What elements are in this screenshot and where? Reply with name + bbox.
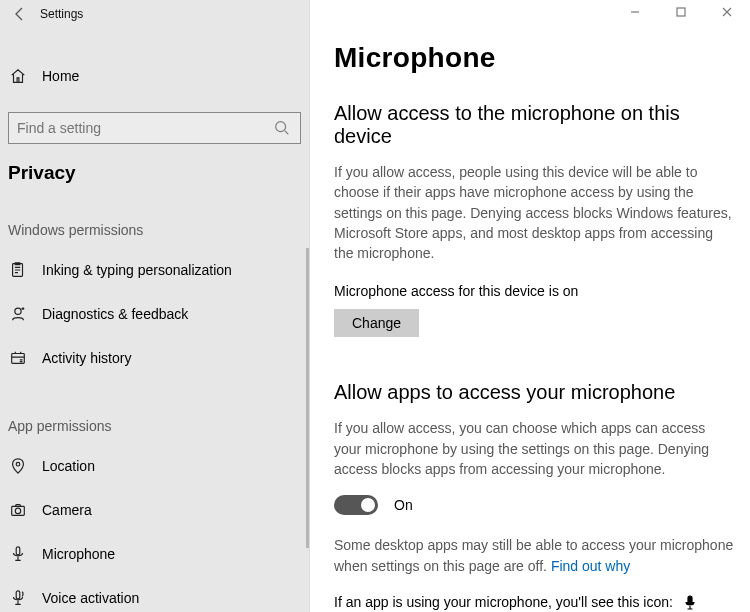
find-out-why-link[interactable]: Find out why bbox=[551, 558, 630, 574]
svg-point-4 bbox=[16, 462, 20, 466]
device-access-status: Microphone access for this device is on bbox=[334, 283, 738, 299]
nav-item-label: Diagnostics & feedback bbox=[42, 306, 188, 322]
camera-icon bbox=[8, 500, 28, 520]
home-icon bbox=[8, 66, 28, 86]
sidebar-scrollbar[interactable] bbox=[306, 248, 309, 548]
app-title: Settings bbox=[40, 7, 83, 21]
sidebar: Settings Home Privacy Windows permission… bbox=[0, 0, 310, 612]
mic-indicator-line: If an app is using your microphone, you'… bbox=[334, 594, 738, 611]
maximize-button[interactable] bbox=[658, 0, 704, 24]
device-access-heading: Allow access to the microphone on this d… bbox=[334, 102, 738, 148]
nav-microphone[interactable]: Microphone bbox=[0, 532, 309, 576]
content-area: Microphone Allow access to the microphon… bbox=[310, 0, 750, 612]
svg-rect-9 bbox=[677, 8, 685, 16]
microphone-indicator-icon bbox=[683, 595, 697, 611]
nav-item-label: Voice activation bbox=[42, 590, 139, 606]
app-access-description: If you allow access, you can choose whic… bbox=[334, 418, 734, 479]
nav-activity-history[interactable]: Activity history bbox=[0, 336, 309, 380]
svg-rect-8 bbox=[16, 591, 20, 599]
app-access-toggle-row: On bbox=[334, 495, 738, 515]
nav-item-label: Inking & typing personalization bbox=[42, 262, 232, 278]
note-text: Some desktop apps may still be able to a… bbox=[334, 537, 733, 573]
feedback-icon bbox=[8, 304, 28, 324]
group-windows-permissions: Windows permissions bbox=[0, 222, 309, 238]
search-field[interactable] bbox=[17, 120, 272, 136]
nav-voice-activation[interactable]: Voice activation bbox=[0, 576, 309, 612]
section-title: Privacy bbox=[0, 162, 309, 184]
activity-history-icon bbox=[8, 348, 28, 368]
change-button[interactable]: Change bbox=[334, 309, 419, 337]
title-bar: Settings bbox=[0, 0, 309, 28]
nav-home[interactable]: Home bbox=[0, 56, 309, 96]
nav-diagnostics[interactable]: Diagnostics & feedback bbox=[0, 292, 309, 336]
app-access-heading: Allow apps to access your microphone bbox=[334, 381, 738, 404]
microphone-icon bbox=[8, 544, 28, 564]
clipboard-pencil-icon bbox=[8, 260, 28, 280]
indicator-text: If an app is using your microphone, you'… bbox=[334, 594, 673, 610]
voice-activation-icon bbox=[8, 588, 28, 608]
back-button[interactable] bbox=[0, 7, 40, 21]
location-icon bbox=[8, 456, 28, 476]
svg-point-0 bbox=[276, 122, 286, 132]
nav-inking-typing[interactable]: Inking & typing personalization bbox=[0, 248, 309, 292]
nav-item-label: Camera bbox=[42, 502, 92, 518]
close-button[interactable] bbox=[704, 0, 750, 24]
device-access-description: If you allow access, people using this d… bbox=[334, 162, 734, 263]
toggle-state-label: On bbox=[394, 497, 413, 513]
group-app-permissions: App permissions bbox=[0, 418, 309, 434]
nav-home-label: Home bbox=[42, 68, 79, 84]
svg-point-2 bbox=[15, 308, 21, 314]
search-input[interactable] bbox=[8, 112, 301, 144]
nav-item-label: Activity history bbox=[42, 350, 131, 366]
search-row bbox=[0, 104, 309, 152]
svg-point-6 bbox=[15, 508, 20, 513]
search-icon bbox=[272, 118, 292, 138]
app-access-note: Some desktop apps may still be able to a… bbox=[334, 535, 734, 576]
toggle-knob bbox=[361, 498, 375, 512]
app-access-toggle[interactable] bbox=[334, 495, 378, 515]
svg-rect-7 bbox=[16, 547, 20, 555]
nav-camera[interactable]: Camera bbox=[0, 488, 309, 532]
nav-item-label: Location bbox=[42, 458, 95, 474]
nav-item-label: Microphone bbox=[42, 546, 115, 562]
chevron-left-icon bbox=[13, 7, 27, 21]
page-title: Microphone bbox=[334, 42, 738, 74]
nav-location[interactable]: Location bbox=[0, 444, 309, 488]
window-controls bbox=[612, 0, 750, 24]
minimize-button[interactable] bbox=[612, 0, 658, 24]
